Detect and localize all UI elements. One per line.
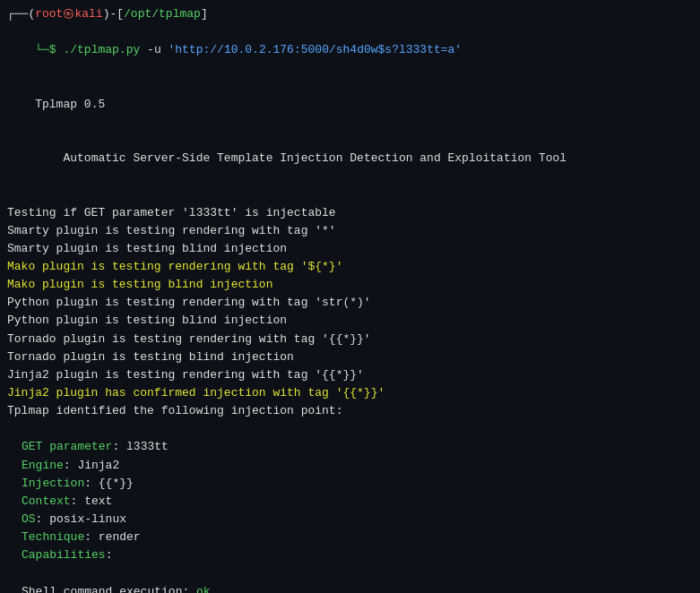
terminal: ┌──(root㉿kali)-[/opt/tplmap] └─$ ./tplma… [0, 0, 700, 593]
detail-capabilities: Capabilities: [7, 546, 693, 564]
prompt-user: root㉿kali [35, 5, 102, 23]
detail-injection: Injection: {{*}} [7, 475, 693, 493]
output-line-6: Python plugin is testing rendering with … [7, 294, 693, 312]
auto-desc-line: Automatic Server-Side Template Injection… [7, 132, 693, 185]
empty3 [7, 564, 693, 582]
prompt-line: ┌──(root㉿kali)-[/opt/tplmap] [7, 5, 693, 23]
output-line-8: Tornado plugin is testing rendering with… [7, 331, 693, 348]
output-line-2: Smarty plugin is testing rendering with … [7, 222, 693, 240]
cmd-url: 'http://10.0.2.176:5000/sh4d0w$s?l333tt=… [169, 43, 462, 56]
detail-get: GET parameter: l333tt [7, 438, 693, 456]
prompt-end: ] [201, 5, 208, 23]
output-line-7: Python plugin is testing blind injection [7, 312, 693, 330]
command-line: └─$ ./tplmap.py -u 'http://10.0.2.176:50… [7, 23, 693, 77]
version-text: Tplmap 0.5 [35, 98, 105, 111]
empty1 [7, 185, 693, 203]
version-line: Tplmap 0.5 [7, 78, 693, 132]
detail-engine: Engine: Jinja2 [7, 457, 693, 475]
output-line-12: Tplmap identified the following injectio… [7, 402, 693, 420]
auto-desc-text: Automatic Server-Side Template Injection… [35, 151, 566, 165]
output-line-11: Jinja2 plugin has confirmed injection wi… [7, 384, 693, 402]
output-line-4: Mako plugin is testing rendering with ta… [7, 258, 693, 276]
cmd-tplmap: ./tplmap.py [63, 43, 140, 56]
prompt-bracket: ┌──( [7, 5, 35, 23]
cap-shell: Shell command execution: ok [7, 583, 693, 594]
cmd-flag: -u [140, 43, 168, 56]
output-line-3: Smarty plugin is testing blind injection [7, 240, 693, 258]
output-line-9: Tornado plugin is testing blind injectio… [7, 348, 693, 366]
detail-technique: Technique: render [7, 529, 693, 546]
detail-context: Context: text [7, 493, 693, 511]
prompt-arrow: └─ [35, 43, 49, 56]
prompt-path: /opt/tplmap [124, 5, 201, 23]
output-line-1: Testing if GET parameter 'l333tt' is inj… [7, 204, 693, 222]
cmd-script: $ [49, 43, 56, 56]
output-line-10: Jinja2 plugin is testing rendering with … [7, 366, 693, 384]
prompt-suffix: )-[ [103, 5, 124, 23]
empty2 [7, 420, 693, 438]
detail-os: OS: posix-linux [7, 511, 693, 529]
output-line-5: Mako plugin is testing blind injection [7, 276, 693, 294]
